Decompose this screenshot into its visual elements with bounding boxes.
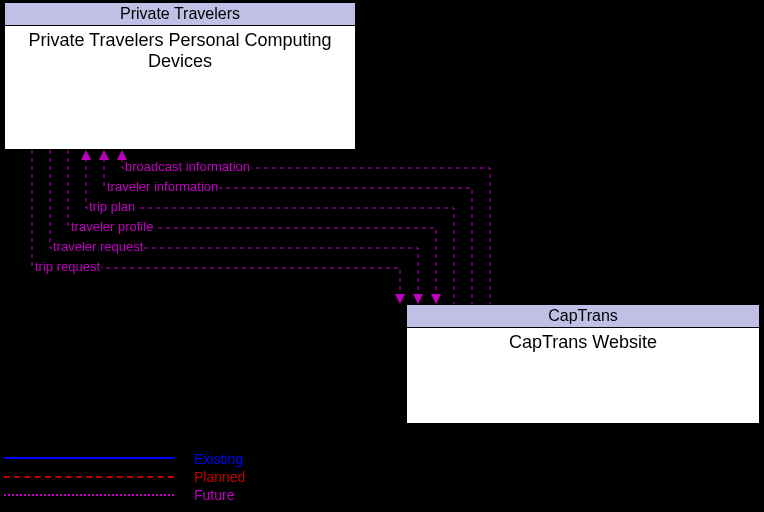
- legend-existing: Existing: [4, 450, 304, 468]
- flow-label[interactable]: broadcast information: [124, 160, 251, 174]
- legend-label: Future: [194, 487, 234, 503]
- legend: Existing Planned Future: [4, 450, 304, 504]
- svg-marker-1: [99, 150, 109, 160]
- legend-line-icon: [4, 494, 174, 496]
- svg-marker-3: [431, 294, 441, 304]
- flow-label[interactable]: trip request: [34, 260, 101, 274]
- legend-label: Planned: [194, 469, 245, 485]
- flow-label[interactable]: traveler profile: [70, 220, 154, 234]
- legend-future: Future: [4, 486, 304, 504]
- legend-label: Existing: [194, 451, 243, 467]
- diagram-canvas: Private Travelers Private Travelers Pers…: [0, 0, 764, 512]
- node-title: Private Travelers Personal Computing Dev…: [5, 26, 355, 76]
- svg-marker-2: [81, 150, 91, 160]
- flow-label[interactable]: traveler information: [106, 180, 219, 194]
- legend-line-icon: [4, 457, 174, 461]
- node-header: Private Travelers: [5, 3, 355, 26]
- svg-marker-5: [395, 294, 405, 304]
- svg-marker-4: [413, 294, 423, 304]
- flow-label[interactable]: traveler request: [52, 240, 144, 254]
- legend-line-icon: [4, 476, 174, 478]
- node-header: CapTrans: [407, 305, 759, 328]
- node-title: CapTrans Website: [407, 328, 759, 357]
- legend-planned: Planned: [4, 468, 304, 486]
- node-captrans[interactable]: CapTrans CapTrans Website: [406, 304, 760, 424]
- flow-label[interactable]: trip plan: [88, 200, 136, 214]
- node-private-travelers[interactable]: Private Travelers Private Travelers Pers…: [4, 2, 356, 150]
